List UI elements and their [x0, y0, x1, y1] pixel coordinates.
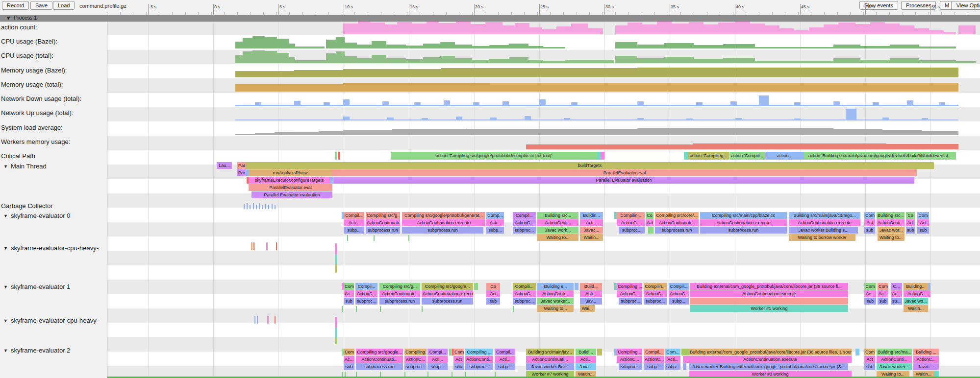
- cpu-heavy-event-mark[interactable]: [335, 254, 337, 264]
- trace-event-block[interactable]: Building src...: [537, 212, 578, 219]
- trace-event-block[interactable]: ActionC...: [644, 356, 664, 363]
- row-label[interactable]: action count:: [1, 24, 37, 31]
- trace-event-block[interactable]: Compiling ...: [617, 283, 642, 290]
- trace-event-block[interactable]: Worker #1 working: [690, 305, 848, 312]
- trace-event-block[interactable]: subprocess.run: [422, 298, 473, 305]
- trace-event-block[interactable]: Parallel Evaluator evaluation: [251, 191, 332, 198]
- trace-event-block[interactable]: runAnalysisPhase: [249, 169, 332, 176]
- trace-event-block[interactable]: Com...: [665, 349, 680, 355]
- trace-event-block[interactable]: Com: [344, 349, 354, 355]
- trace-event-block[interactable]: Act: [906, 219, 915, 226]
- cpu-heavy-event-mark[interactable]: [257, 316, 258, 324]
- trace-event-block[interactable]: Par: [237, 169, 246, 176]
- trace-event-block[interactable]: subprocess.run: [402, 227, 483, 234]
- trace-event-block[interactable]: Build...: [580, 283, 602, 290]
- trace-event-block[interactable]: Compil...: [495, 349, 515, 355]
- trace-event-block[interactable]: ActionContinuati...: [526, 356, 574, 363]
- trace-event-block[interactable]: action 'Compili...: [729, 152, 765, 160]
- trace-event-block[interactable]: Ac...: [891, 290, 902, 297]
- trace-event-block[interactable]: sub: [906, 227, 915, 234]
- trace-event-block[interactable]: subproc...: [404, 363, 427, 370]
- cpu-heavy-event-mark[interactable]: [251, 242, 252, 250]
- trace-event-block[interactable]: subprocess.run: [700, 227, 787, 234]
- trace-event-block[interactable]: Building ...: [913, 349, 939, 355]
- trace-event-block[interactable]: sub: [344, 298, 354, 305]
- save-button[interactable]: Save: [30, 1, 52, 10]
- trace-event-block[interactable]: sub: [878, 298, 888, 305]
- trace-event-block[interactable]: ActionC...: [617, 290, 642, 297]
- trace-event-block[interactable]: Waiting to borrow worker: [789, 234, 855, 241]
- trace-event-block[interactable]: ActionC...: [617, 356, 642, 363]
- trace-event-block[interactable]: sub: [917, 227, 929, 234]
- trace-event-block[interactable]: ActionContinuation.execute: [789, 219, 860, 226]
- trace-event-block[interactable]: subproc...: [513, 298, 536, 305]
- trace-event-block[interactable]: Javac wo...: [904, 298, 928, 305]
- trace-event-block[interactable]: subproc...: [465, 363, 493, 370]
- trace-event-block[interactable]: [597, 152, 601, 160]
- cpu-heavy-event-mark[interactable]: [253, 242, 254, 250]
- trace-event-block[interactable]: Building src/main/jav...: [526, 349, 574, 355]
- trace-event-block[interactable]: Acti...: [580, 290, 602, 297]
- trace-event-block[interactable]: Act: [864, 356, 875, 363]
- trace-event-block[interactable]: Jav...: [580, 298, 602, 305]
- trace-event-block[interactable]: ActionContinuati...: [655, 219, 699, 226]
- trace-event-block[interactable]: subproc...: [513, 227, 536, 234]
- trace-event-block[interactable]: Co: [906, 212, 915, 219]
- trace-event-block[interactable]: Compiling src/google/protobuf/generat...: [402, 212, 485, 219]
- trace-event-block[interactable]: ParallelEvaluator.eval: [249, 184, 332, 191]
- trace-event-block[interactable]: ActionC...: [904, 290, 930, 297]
- trace-event-block[interactable]: Acti...: [486, 219, 504, 226]
- row-label[interactable]: System load average:: [1, 124, 63, 131]
- trace-event-block[interactable]: Compil...: [355, 283, 377, 290]
- cpu-heavy-event-mark[interactable]: [335, 243, 337, 254]
- collapse-arrow-icon[interactable]: ▼: [3, 164, 8, 169]
- trace-event-block[interactable]: subproc...: [644, 298, 667, 305]
- trace-event-block[interactable]: subprocess.run: [356, 363, 403, 370]
- trace-event-block[interactable]: Javac wor...: [878, 227, 905, 234]
- trace-event-block[interactable]: subprocess.run: [379, 298, 420, 305]
- trace-event-block[interactable]: ActionC...: [355, 290, 377, 297]
- cpu-heavy-event-mark[interactable]: [335, 317, 337, 328]
- trace-event-block[interactable]: ActionContinuati...: [356, 356, 403, 363]
- trace-event-block[interactable]: Act: [453, 356, 464, 363]
- trace-event-block[interactable]: subprocess.run: [655, 227, 699, 234]
- trace-event-block[interactable]: ActionConti...: [877, 219, 905, 226]
- trace-event-block[interactable]: [474, 283, 478, 290]
- trace-event-block[interactable]: action...: [765, 152, 804, 160]
- trace-event-block[interactable]: ActionC...: [513, 290, 536, 297]
- trace-event-block[interactable]: Compil...: [669, 283, 689, 290]
- trace-event-block[interactable]: Compil...: [513, 212, 536, 219]
- trace-event-block[interactable]: subproc...: [619, 227, 645, 234]
- trace-event-block[interactable]: Javac worker...: [877, 363, 912, 370]
- trace-event-block[interactable]: Act: [646, 219, 653, 226]
- trace-event-block[interactable]: Buildin...: [580, 212, 603, 219]
- collapse-arrow-icon[interactable]: ▼: [3, 348, 8, 353]
- row-label[interactable]: CPU usage (total):: [1, 52, 53, 59]
- trace-event-block[interactable]: subp...: [495, 363, 515, 370]
- row-label[interactable]: ▼skyframe-evaluator-cpu-heavy-: [3, 317, 99, 324]
- collapse-arrow-icon[interactable]: ▼: [3, 284, 8, 289]
- trace-event-block[interactable]: Javac work...: [537, 227, 578, 234]
- trace-event-block[interactable]: Par: [237, 162, 246, 169]
- collapse-arrow-icon[interactable]: ▼: [3, 213, 8, 218]
- trace-event-block[interactable]: Acti...: [580, 219, 603, 226]
- trace-event-block[interactable]: sub: [453, 363, 464, 370]
- row-label[interactable]: ▼Main Thread: [3, 163, 47, 170]
- trace-event-block[interactable]: Javac...: [580, 227, 603, 234]
- trace-event-block[interactable]: [684, 152, 688, 160]
- trace-event-block[interactable]: Building...: [904, 283, 928, 290]
- trace-event-block[interactable]: ActionC...: [669, 290, 689, 297]
- trace-event-block[interactable]: Waitin...: [904, 305, 928, 312]
- row-label[interactable]: Garbage Collector: [1, 202, 53, 210]
- trace-event-block[interactable]: Compil...: [344, 212, 364, 219]
- trace-event-block[interactable]: Waiting to...: [537, 234, 578, 241]
- trace-event-block[interactable]: C...: [891, 283, 902, 290]
- trace-event-block[interactable]: Com: [344, 283, 354, 290]
- trace-event-block[interactable]: [449, 349, 451, 355]
- trace-event-block[interactable]: Compiling src/g...: [366, 212, 400, 219]
- trace-event-block[interactable]: Com: [864, 283, 876, 290]
- collapse-arrow-icon[interactable]: ▼: [3, 246, 8, 251]
- trace-event-block[interactable]: Java...: [576, 363, 596, 370]
- trace-event-block[interactable]: [597, 349, 602, 355]
- trace-event-block[interactable]: Ac...: [864, 290, 876, 297]
